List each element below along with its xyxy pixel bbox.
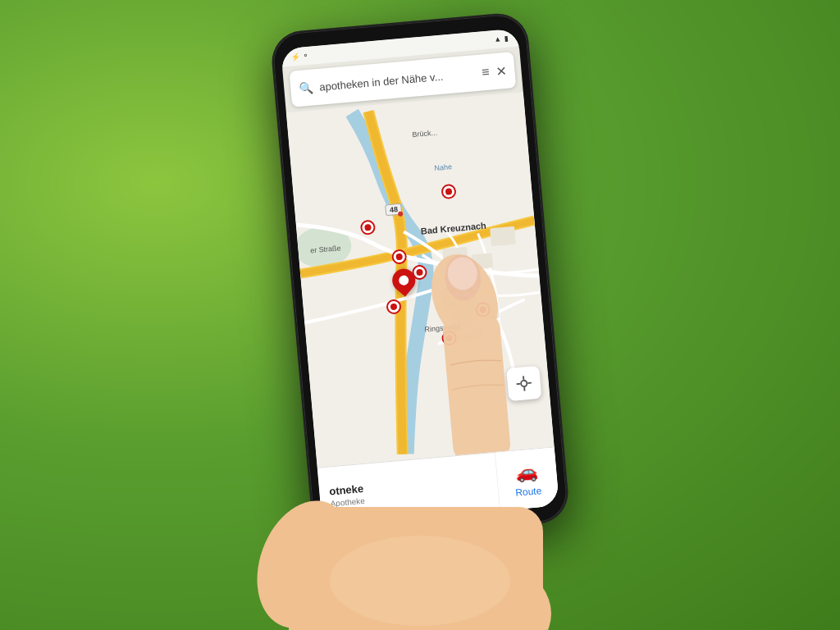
gps-button[interactable] <box>506 366 541 401</box>
battery-icon: ▮ <box>504 34 509 42</box>
map-area[interactable]: 48 Bad Kreuznach er Straße Ringstraße Na… <box>286 92 555 468</box>
route-button[interactable]: 🚗 Route <box>495 448 559 511</box>
menu-icon[interactable]: ≡ <box>481 65 490 80</box>
svg-point-9 <box>521 380 527 386</box>
wifi-icon: ▲ <box>494 34 502 43</box>
search-icon: 🔍 <box>299 81 313 95</box>
svg-point-21 <box>330 536 510 626</box>
phone: ⚡ ⚬ ▲ ▮ 🔍 apotheken in der Nähe v... ≡ ✕ <box>272 13 569 542</box>
phone-screen: ⚡ ⚬ ▲ ▮ 🔍 apotheken in der Nähe v... ≡ ✕ <box>281 28 559 526</box>
svg-rect-5 <box>472 253 493 269</box>
status-time: ⚡ ⚬ <box>291 52 309 62</box>
svg-rect-6 <box>490 226 516 247</box>
search-input[interactable]: apotheken in der Nähe v... <box>319 67 472 93</box>
status-icons: ▲ ▮ <box>494 34 509 43</box>
svg-point-18 <box>289 540 551 630</box>
car-icon: 🚗 <box>515 460 539 483</box>
route-label: Route <box>515 485 542 499</box>
scene: ⚡ ⚬ ▲ ▮ 🔍 apotheken in der Nähe v... ≡ ✕ <box>0 0 840 630</box>
gps-icon <box>514 374 534 394</box>
pin-inner <box>398 275 409 285</box>
river-label-nahe: Nahe <box>434 162 452 172</box>
close-icon[interactable]: ✕ <box>495 62 508 79</box>
main-location-pin[interactable] <box>391 268 416 293</box>
svg-rect-4 <box>442 247 468 266</box>
